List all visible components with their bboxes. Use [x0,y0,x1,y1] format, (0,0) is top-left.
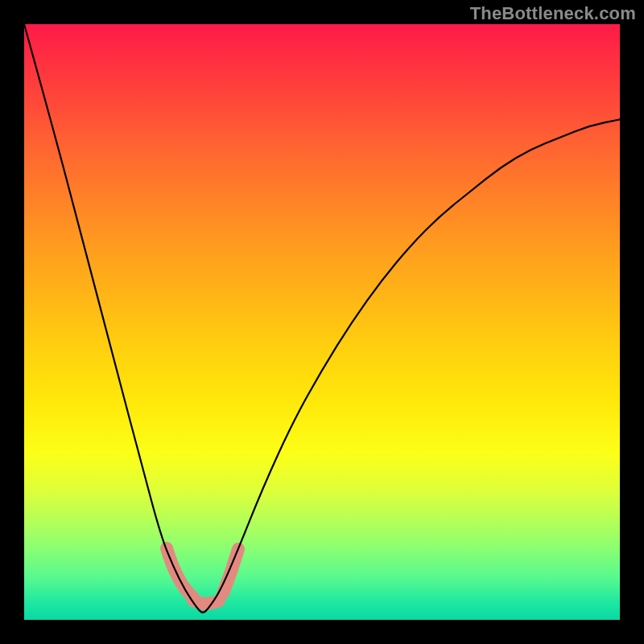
curve-knot-bottom [193,601,219,604]
curve-line [24,24,620,613]
curve-knot-left [167,548,193,597]
chart-frame: TheBottleneck.com [0,0,644,644]
watermark-text: TheBottleneck.com [470,3,636,24]
plot-area [24,24,620,620]
bottleneck-curve [24,24,620,620]
